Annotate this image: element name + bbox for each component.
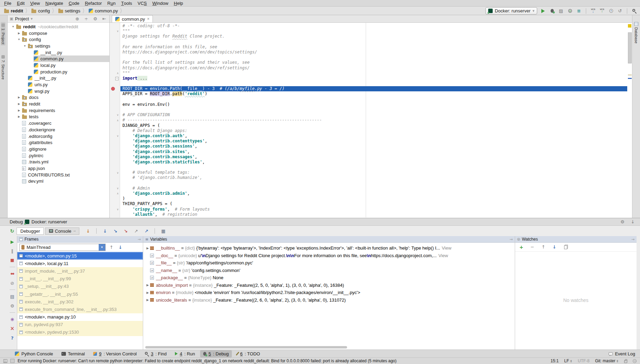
menu-code[interactable]: Code: [66, 0, 82, 6]
remove-watch-button[interactable]: −: [529, 244, 535, 251]
caret-position[interactable]: 15:1: [551, 358, 559, 363]
frame-row[interactable]: import_module, __init__.py:37: [17, 267, 143, 275]
menu-file[interactable]: File: [1, 0, 14, 6]
frame-row[interactable]: <module>, local.py:11: [17, 260, 143, 267]
dock-icon[interactable]: →: [510, 237, 513, 241]
editor-tab-common-py[interactable]: common.py ×: [112, 15, 153, 22]
tree-item[interactable]: common.py: [8, 55, 109, 62]
tree-item[interactable]: .dockerignore: [8, 127, 109, 133]
profiler-button[interactable]: [567, 8, 573, 14]
rollback-button[interactable]: ↺: [617, 8, 623, 14]
debug-button[interactable]: [549, 8, 555, 14]
variable-row[interactable]: ▶unicode_literals = {instance} _Feature:…: [143, 296, 515, 304]
pin-button[interactable]: ◉: [9, 316, 16, 323]
run-configuration-select[interactable]: Docker: runserver ▾: [485, 7, 537, 14]
dock-icon[interactable]: →: [631, 237, 634, 241]
frame-down-icon[interactable]: ↓: [117, 244, 124, 251]
inspections-hector-icon[interactable]: [633, 359, 637, 363]
sidebar-tab-1-project[interactable]: 1: Project: [1, 22, 6, 46]
move-down-button[interactable]: ↓: [551, 244, 558, 251]
debug-tab-console[interactable]: Console→: [45, 228, 79, 235]
tree-expander-icon[interactable]: ▶: [16, 102, 22, 105]
breadcrumb-item[interactable]: config: [31, 8, 51, 13]
horizontal-scrollbar[interactable]: [145, 346, 347, 348]
frame-row[interactable]: <module>, pydevd.py:1530: [17, 328, 143, 336]
menu-refactor[interactable]: Refactor: [82, 0, 105, 6]
vcs-update-button[interactable]: VCS↓: [590, 8, 596, 14]
fold-marker-icon[interactable]: ∨: [117, 113, 119, 117]
tree-item[interactable]: .coveragerc: [8, 120, 109, 127]
hide-panel-icon[interactable]: ⇤: [101, 16, 107, 22]
expander-icon[interactable]: ▶: [145, 246, 150, 250]
step-into-button[interactable]: ↘: [112, 228, 118, 234]
fold-marker-icon[interactable]: ∧: [117, 119, 119, 122]
editor-gutter[interactable]: ∨∧+∨∧∨∨∨∧∨: [110, 23, 120, 218]
tree-item[interactable]: CONTRIBUTORS.txt: [8, 172, 109, 178]
fold-marker-icon[interactable]: ∨: [117, 187, 119, 190]
concurrency-diagram-button[interactable]: ≡: [576, 8, 582, 14]
tree-item[interactable]: ▶reddit: [8, 101, 109, 107]
breadcrumb-item[interactable]: common.py: [88, 8, 119, 13]
tree-expander-icon[interactable]: ▶: [16, 32, 22, 35]
tree-item[interactable]: production.py: [8, 69, 109, 75]
fold-marker-icon[interactable]: +: [115, 77, 119, 80]
lock-icon[interactable]: [624, 361, 627, 363]
search-everywhere-button[interactable]: [631, 8, 637, 14]
tree-item[interactable]: .travis.yml: [8, 159, 109, 165]
menu-vcs[interactable]: VCS: [135, 0, 150, 6]
expander-icon[interactable]: ▶: [145, 283, 150, 287]
scrollbar-thumb[interactable]: [628, 32, 632, 63]
help-button[interactable]: ?: [9, 334, 16, 341]
tree-item[interactable]: ▼reddit~/cookiecutter/reddit: [8, 23, 109, 30]
settings-button[interactable]: ⚙: [9, 302, 16, 309]
run-button[interactable]: [540, 8, 546, 14]
collapse-all-icon[interactable]: ÷: [83, 16, 89, 22]
fold-marker-icon[interactable]: ∨: [117, 134, 119, 138]
tree-item[interactable]: wsgi.py: [8, 88, 109, 94]
add-watch-button[interactable]: +: [518, 244, 524, 251]
menu-run[interactable]: Run: [105, 0, 118, 6]
tool-window-tab-debug[interactable]: 5: Debug: [200, 350, 232, 357]
tree-item[interactable]: ▼config: [8, 36, 109, 43]
duplicate-watch-button[interactable]: [562, 244, 569, 251]
tree-item[interactable]: __init__.py: [8, 49, 109, 56]
sidebar-tab-database[interactable]: Database: [634, 21, 639, 45]
variable-row[interactable]: __file__ = {str} '/app/config/settings/c…: [143, 259, 515, 267]
tree-item[interactable]: ▼settings: [8, 43, 109, 49]
tree-expander-icon[interactable]: ▶: [16, 96, 22, 99]
frame-row[interactable]: execute_from_command_line, __init__.py:3…: [17, 305, 143, 313]
frame-row[interactable]: run, pydevd.py:937: [17, 321, 143, 328]
tree-item[interactable]: ▶requirements: [8, 107, 109, 114]
frame-row[interactable]: execute, __init__.py:302: [17, 298, 143, 305]
view-link[interactable]: View: [442, 245, 451, 251]
code-editor[interactable]: ∨∧+∨∧∨∨∨∧∨ # -*- coding: utf-8 -*-"""Dja…: [110, 23, 632, 218]
menu-view[interactable]: View: [27, 0, 42, 6]
step-out-button[interactable]: ↗: [133, 228, 139, 234]
move-up-button[interactable]: ↑: [540, 244, 547, 251]
settings-icon[interactable]: ⚙: [92, 16, 98, 22]
tool-window-tab-run[interactable]: 4: Run: [172, 350, 198, 357]
sidebar-tab-7-structure[interactable]: 7: Structure: [1, 54, 6, 81]
tool-windows-toggle-icon[interactable]: [3, 359, 7, 363]
menu-window[interactable]: Window: [150, 0, 171, 6]
vcs-commit-button[interactable]: VCS↑: [599, 8, 605, 14]
breakpoint-icon[interactable]: [111, 87, 115, 91]
rerun-icon[interactable]: ↻: [9, 228, 15, 234]
fold-marker-icon[interactable]: ∨: [117, 30, 119, 33]
view-breakpoints-button[interactable]: ●●: [9, 270, 16, 277]
tool-window-tab-terminal[interactable]: Terminal: [58, 350, 88, 357]
fold-marker-icon[interactable]: ∨: [117, 208, 119, 211]
step-over-button[interactable]: ↓: [102, 228, 108, 234]
thread-selector[interactable]: MainThread ▼: [19, 244, 106, 251]
variable-row[interactable]: ▶__builtins__ = {dict} {'bytearray': <ty…: [143, 244, 515, 252]
expander-icon[interactable]: ▶: [145, 298, 150, 302]
event-log-button[interactable]: Event Log: [609, 351, 635, 356]
tree-expander-icon[interactable]: ▶: [16, 115, 22, 118]
tree-item[interactable]: ▶docs: [8, 94, 109, 101]
local-history-button[interactable]: [608, 8, 614, 14]
tree-item[interactable]: ▶tests: [8, 114, 109, 120]
mute-breakpoints-button[interactable]: ⊘: [9, 280, 16, 286]
step-into-my-code-button[interactable]: ↘: [122, 228, 129, 234]
git-branch-indicator[interactable]: Git: master⇕: [595, 358, 619, 363]
tree-expander-icon[interactable]: ▶: [16, 109, 22, 112]
